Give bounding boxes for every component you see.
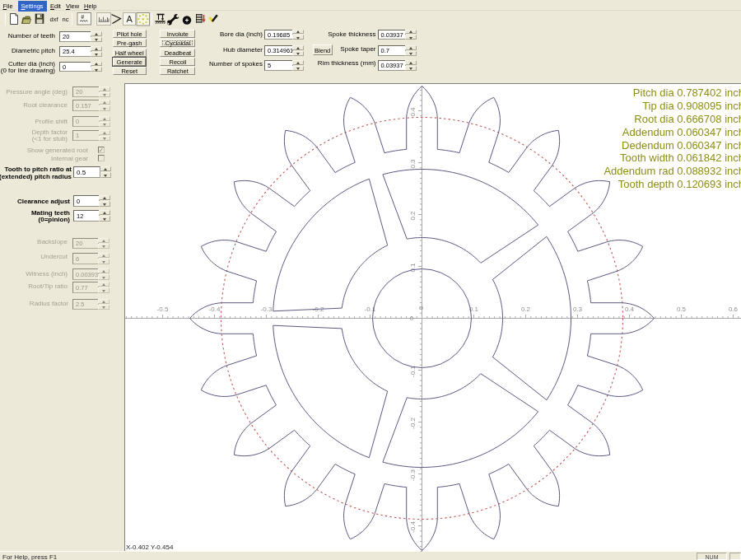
svg-text:-0.4: -0.4 xyxy=(209,306,221,313)
svg-text:0: 0 xyxy=(410,315,414,322)
svg-text:-0.3: -0.3 xyxy=(261,306,273,313)
svg-text:Addendum 0.060347 inch: Addendum 0.060347 inch xyxy=(622,126,741,138)
svg-text:Addendum rad 0.088932 inch: Addendum rad 0.088932 inch xyxy=(604,165,741,177)
svg-text:0.5: 0.5 xyxy=(677,306,687,313)
svg-text:X-0.402 Y-0.454: X-0.402 Y-0.454 xyxy=(126,544,174,551)
svg-text:-0.5: -0.5 xyxy=(157,306,169,313)
svg-text:0: 0 xyxy=(417,306,425,310)
svg-text:0.3: 0.3 xyxy=(409,159,417,169)
svg-text:Dedendum 0.060347 inch: Dedendum 0.060347 inch xyxy=(622,139,741,152)
svg-text:nc: nc xyxy=(63,16,69,23)
svg-text:Pitch dia 0.787402 inch: Pitch dia 0.787402 inch xyxy=(633,86,741,99)
svg-text:0.3: 0.3 xyxy=(573,306,583,313)
svg-text:Tooth width 0.061842 inch: Tooth width 0.061842 inch xyxy=(620,152,741,164)
svg-text:-0.3: -0.3 xyxy=(409,469,417,481)
svg-text:#: # xyxy=(82,14,85,20)
svg-text:dxf: dxf xyxy=(50,16,59,23)
svg-text:0.2: 0.2 xyxy=(409,211,417,221)
svg-text:0.4: 0.4 xyxy=(409,107,417,117)
svg-text:-0.4: -0.4 xyxy=(409,521,417,533)
svg-text:0.6: 0.6 xyxy=(729,306,739,313)
svg-text:Root dia 0.666708 inch: Root dia 0.666708 inch xyxy=(634,113,741,125)
svg-text:A: A xyxy=(127,14,133,24)
svg-text:-0.2: -0.2 xyxy=(409,418,417,429)
svg-text:0.4: 0.4 xyxy=(625,306,635,313)
svg-text:0.2: 0.2 xyxy=(521,306,531,313)
svg-text:Tooth depth 0.120693 inch: Tooth depth 0.120693 inch xyxy=(618,178,741,190)
svg-text:Tip dia 0.908095 inch: Tip dia 0.908095 inch xyxy=(642,100,741,112)
